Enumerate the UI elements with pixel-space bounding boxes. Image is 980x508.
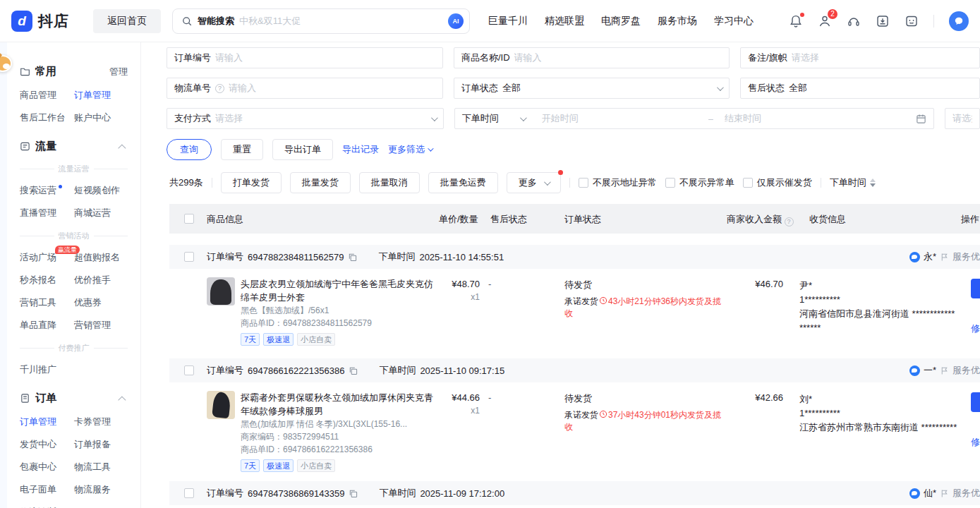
nav-service-market[interactable]: 服务市场 [658, 15, 697, 28]
sidebar-item-activity-square[interactable]: 活动广场赢流量 [20, 251, 74, 264]
sidebar-item-super-value[interactable]: 超值购报名 [74, 251, 133, 264]
flag-icon[interactable] [940, 366, 949, 375]
sidebar-item-qianchuan-promo[interactable]: 千川推广 [20, 363, 74, 376]
primary-action-button[interactable] [971, 392, 980, 412]
sidebar-item-mall-ops[interactable]: 商城运营 [74, 207, 133, 219]
section-header-order[interactable]: 订单 [20, 392, 133, 405]
payment-method-select[interactable]: 支付方式 请选择 [167, 108, 444, 129]
export-log-link[interactable]: 导出记录 [342, 143, 379, 156]
download-icon[interactable] [876, 14, 890, 28]
only-urge-ship-checkbox[interactable]: 仅展示催发货 [743, 176, 812, 189]
product-title[interactable]: 头层皮衣男立领加绒海宁中年爸爸黑毛皮夹克仿绵羊皮男士外套 [241, 277, 434, 304]
sidebar-item-card-coupon[interactable]: 卡券管理 [74, 416, 133, 428]
sidebar-item-youjia[interactable]: 优价推手 [74, 274, 133, 286]
end-time-placeholder[interactable]: 结束时间 [725, 112, 761, 125]
notification-bell-icon[interactable] [789, 14, 803, 28]
more-filters-link[interactable]: 更多筛选 [388, 143, 432, 156]
filter-row-3: 支付方式 请选择 下单时间 开始时间 – 结束时间 请选择 [141, 108, 980, 129]
info-icon[interactable]: ? [785, 217, 794, 226]
batch-free-shipping-button[interactable]: 批量免运费 [428, 172, 498, 193]
buyer-name: 仙* [924, 487, 936, 500]
order-checkbox[interactable] [184, 252, 194, 262]
sidebar-item-seckill[interactable]: 秒杀报名 [20, 274, 74, 286]
workbench-icon[interactable] [905, 14, 919, 28]
operations-cell: 修 [971, 392, 980, 449]
sidebar-item-ship-center[interactable]: 发货中心 [20, 438, 74, 451]
sidebar-item-package-center[interactable]: 包裹中心 [20, 461, 74, 473]
hide-abnormal-order-checkbox[interactable]: 不展示异常单 [665, 176, 734, 189]
section-header-common[interactable]: 常用 管理 [20, 65, 133, 78]
sidebar-item-short-video[interactable]: 短视频创作 [74, 184, 133, 197]
divider [212, 178, 212, 188]
start-time-placeholder[interactable]: 开始时间 [542, 112, 579, 125]
sidebar-item-single-discount[interactable]: 单品直降 [20, 319, 74, 332]
brand-logo[interactable]: d 抖店 [11, 11, 69, 32]
order-checkbox[interactable] [184, 488, 194, 498]
modify-address-link[interactable]: 修 [971, 436, 980, 449]
smart-search-input[interactable]: 智能搜索 中秋&双11大促 AI [172, 8, 470, 34]
top-navigation: 巨量千川 精选联盟 电商罗盘 服务市场 学习中心 [488, 15, 754, 28]
order-status-cell: 待发货 承诺发货37小时43分钟01秒内发货及揽收 [564, 392, 728, 433]
product-image[interactable] [207, 391, 235, 419]
copy-icon[interactable] [349, 366, 358, 375]
aftersale-status-select[interactable]: 售后状态 全部 [740, 78, 980, 99]
product-title[interactable]: 探霸者外套男保暖秋冬立领加绒加厚休闲夹克青年绒款修身棒球服男 [241, 391, 434, 418]
sidebar-item-coupon[interactable]: 优惠券 [74, 296, 133, 309]
tracking-no-field[interactable]: 物流单号 ? 请输入 [167, 78, 443, 99]
export-orders-button[interactable]: 导出订单 [272, 139, 333, 160]
nav-learning-center[interactable]: 学习中心 [714, 15, 754, 28]
more-button[interactable]: 更多 [507, 172, 561, 193]
copy-icon[interactable] [348, 253, 357, 262]
sidebar-item-order-report[interactable]: 订单报备 [74, 438, 133, 451]
sidebar-item-logistics-service[interactable]: 物流服务 [74, 483, 133, 496]
sidebar-item-aftersale-workbench[interactable]: 售后工作台 [20, 111, 74, 124]
account-icon[interactable]: 2 [818, 14, 832, 28]
sidebar-item-marketing-manage[interactable]: 营销管理 [74, 319, 133, 332]
reset-button[interactable]: 重置 [221, 139, 263, 160]
feige-chat-icon[interactable] [909, 488, 920, 499]
sidebar-item-live-manage[interactable]: 直播管理 [20, 207, 74, 219]
nav-luopan[interactable]: 电商罗盘 [601, 15, 641, 28]
order-status-select[interactable]: 订单状态 全部 [454, 78, 730, 99]
primary-action-button[interactable] [971, 279, 980, 298]
sidebar-item-order-manage2[interactable]: 订单管理 [20, 416, 74, 428]
hide-abnormal-address-checkbox[interactable]: 不展示地址异常 [579, 176, 657, 189]
sidebar-item-search-ops[interactable]: 搜索运营 [20, 184, 74, 197]
feige-chat-icon[interactable] [909, 252, 920, 262]
sidebar-item-logistics-tools[interactable]: 物流工具 [74, 461, 133, 473]
batch-ship-button[interactable]: 批量发货 [290, 172, 351, 193]
batch-cancel-button[interactable]: 批量取消 [359, 172, 420, 193]
order-no-field[interactable]: 订单编号 请输入 [167, 47, 443, 68]
edge-clipped-field[interactable]: 请选择 [945, 108, 980, 129]
sidebar-item-order-manage[interactable]: 订单管理 [74, 89, 133, 102]
print-ship-button[interactable]: 打单发货 [221, 172, 282, 193]
feige-chat-icon[interactable] [909, 365, 920, 376]
back-home-button[interactable]: 返回首页 [93, 9, 161, 33]
section-header-traffic[interactable]: 流量 [20, 140, 133, 153]
sidebar-item-account-center[interactable]: 账户中心 [74, 111, 133, 124]
manage-link[interactable]: 管理 [109, 66, 128, 78]
ai-search-icon[interactable]: AI [448, 13, 464, 29]
help-icon[interactable]: ? [215, 84, 224, 93]
query-button[interactable]: 查询 [167, 139, 212, 160]
customer-service-headset-icon[interactable] [847, 14, 861, 28]
order-checkbox[interactable] [184, 365, 194, 375]
order-time-sorter[interactable]: 下单时间 [830, 176, 876, 189]
order-time-range-field[interactable]: 下单时间 开始时间 – 结束时间 [454, 108, 934, 129]
select-all-checkbox[interactable] [184, 214, 194, 224]
flag-icon[interactable] [940, 489, 949, 498]
calendar-icon[interactable] [916, 114, 926, 124]
product-image[interactable] [207, 277, 235, 306]
sidebar-item-product-manage[interactable]: 商品管理 [20, 89, 74, 102]
sidebar-item-e-waybill[interactable]: 电子面单 [20, 483, 74, 496]
nav-jingxuan-lianmeng[interactable]: 精选联盟 [545, 15, 584, 28]
modify-address-link[interactable]: 修 [971, 322, 980, 335]
remark-flag-field[interactable]: 备注/旗帜 请选择 [740, 47, 980, 68]
nav-qianchuan[interactable]: 巨量千川 [488, 15, 528, 28]
product-name-field[interactable]: 商品名称/ID 请输入 [454, 47, 730, 68]
sidebar-item-marketing-tools[interactable]: 营销工具 [20, 296, 74, 309]
avatar[interactable] [949, 11, 969, 31]
divider [821, 178, 821, 188]
copy-icon[interactable] [349, 489, 358, 498]
flag-icon[interactable] [940, 253, 949, 262]
